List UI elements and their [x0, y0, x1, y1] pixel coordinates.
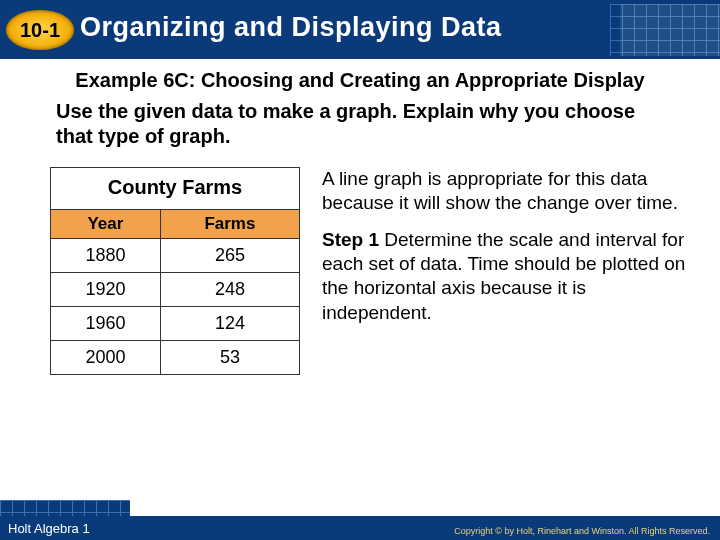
- table-header-row: Year Farms: [51, 210, 300, 239]
- cell-year: 1880: [51, 239, 161, 273]
- example-prompt: Use the given data to make a graph. Expl…: [56, 99, 674, 149]
- cell-year: 2000: [51, 341, 161, 375]
- table-title: County Farms: [50, 167, 300, 209]
- cell-year: 1960: [51, 307, 161, 341]
- cell-farms: 124: [160, 307, 299, 341]
- content-row: County Farms Year Farms 1880 265 1920 24…: [26, 167, 694, 375]
- cell-farms: 265: [160, 239, 299, 273]
- table-row: 1920 248: [51, 273, 300, 307]
- slide-title: Organizing and Displaying Data: [80, 12, 502, 43]
- footer-book-title: Holt Algebra 1: [8, 521, 90, 536]
- answer-paragraph-2: Step 1 Determine the scale and interval …: [322, 228, 690, 325]
- example-title: Example 6C: Choosing and Creating an App…: [26, 68, 694, 93]
- cell-year: 1920: [51, 273, 161, 307]
- table-row: 1960 124: [51, 307, 300, 341]
- cell-farms: 248: [160, 273, 299, 307]
- slide-content: Example 6C: Choosing and Creating an App…: [0, 62, 720, 375]
- table-row: 2000 53: [51, 341, 300, 375]
- table-header-year: Year: [51, 210, 161, 239]
- header-grid-decoration: [610, 4, 720, 56]
- table-header-farms: Farms: [160, 210, 299, 239]
- answer-text: A line graph is appropriate for this dat…: [322, 167, 690, 375]
- callout-value: 248: [215, 279, 245, 300]
- footer-copyright: Copyright © by Holt, Rinehart and Winsto…: [454, 526, 710, 536]
- cell-farms: 53: [160, 341, 299, 375]
- data-table-wrap: County Farms Year Farms 1880 265 1920 24…: [50, 167, 300, 375]
- slide-header: 10-1 Organizing and Displaying Data: [0, 0, 720, 56]
- table-row: 1880 265: [51, 239, 300, 273]
- lesson-number-badge: 10-1: [6, 10, 74, 50]
- answer-paragraph-1: A line graph is appropriate for this dat…: [322, 167, 690, 216]
- header-divider: [0, 56, 720, 59]
- step-label: Step 1: [322, 229, 379, 250]
- data-table: Year Farms 1880 265 1920 248 1960 124: [50, 209, 300, 375]
